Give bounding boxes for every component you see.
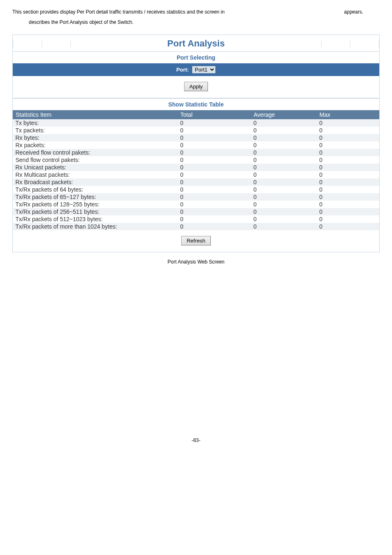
apply-row: Apply xyxy=(13,76,379,98)
statistics-table: Statistics Item Total Average Max Tx byt… xyxy=(13,110,379,230)
stat-max: 0 xyxy=(317,134,379,141)
stat-avg: 0 xyxy=(251,193,317,201)
stat-total: 0 xyxy=(178,178,251,186)
stat-item: Rx Broadcast packets: xyxy=(13,178,178,186)
table-row: Tx/Rx packets of 512~1023 bytes:000 xyxy=(13,215,379,223)
table-row: Rx Unicast packets:000 xyxy=(13,164,379,171)
table-row: Send flow control pakets:000 xyxy=(13,156,379,164)
stat-item: Tx/Rx packets of 64 bytes: xyxy=(13,186,178,193)
stat-item: Tx/Rx packets of 128~255 bytes: xyxy=(13,201,178,208)
stat-avg: 0 xyxy=(251,127,317,134)
stat-avg: 0 xyxy=(251,119,317,127)
stat-max: 0 xyxy=(317,171,379,178)
stat-avg: 0 xyxy=(251,223,317,230)
stat-item: Tx/Rx packets of 256~511 bytes: xyxy=(13,208,178,215)
show-statistic-heading: Show Statistic Table xyxy=(13,98,379,110)
stat-max: 0 xyxy=(317,201,379,208)
stat-total: 0 xyxy=(178,193,251,201)
stat-item: Rx Unicast packets: xyxy=(13,164,178,171)
intro-appears: appears. xyxy=(344,8,363,16)
stat-max: 0 xyxy=(317,193,379,201)
stat-item: Rx packets: xyxy=(13,141,178,149)
stat-total: 0 xyxy=(178,201,251,208)
stat-total: 0 xyxy=(178,127,251,134)
stat-max: 0 xyxy=(317,156,379,164)
stat-max: 0 xyxy=(317,149,379,156)
col-avg-header: Average xyxy=(251,111,317,119)
stat-total: 0 xyxy=(178,149,251,156)
figure-caption: Port Analysis Web Screen xyxy=(0,259,392,265)
stat-max: 0 xyxy=(317,186,379,193)
stat-total: 0 xyxy=(178,164,251,171)
stat-item: Tx/Rx packets of 512~1023 bytes: xyxy=(13,215,178,223)
apply-button[interactable]: Apply xyxy=(184,82,208,91)
stat-item: Rx Multicast packets: xyxy=(13,171,178,178)
stat-item: Tx/Rx packets of 65~127 bytes: xyxy=(13,193,178,201)
stat-avg: 0 xyxy=(251,149,317,156)
table-row: Rx packets:000 xyxy=(13,141,379,149)
port-label: Port: xyxy=(176,67,189,73)
stat-max: 0 xyxy=(317,215,379,223)
stat-avg: 0 xyxy=(251,156,317,164)
intro-line1: This section provides display Per Port d… xyxy=(12,8,380,16)
stat-total: 0 xyxy=(178,156,251,164)
page-title: Port Analysis xyxy=(13,35,379,51)
stat-max: 0 xyxy=(317,141,379,149)
stat-item: Received flow control pakets: xyxy=(13,149,178,156)
port-select-row: Port: Port1 xyxy=(13,63,379,76)
table-row: Tx bytes:000 xyxy=(13,119,379,127)
col-total-header: Total xyxy=(178,111,251,119)
stat-total: 0 xyxy=(178,215,251,223)
stat-avg: 0 xyxy=(251,178,317,186)
stat-avg: 0 xyxy=(251,141,317,149)
port-selecting-heading: Port Selecting xyxy=(13,51,379,63)
stat-max: 0 xyxy=(317,208,379,215)
stat-item: Rx bytes: xyxy=(13,134,178,141)
stat-total: 0 xyxy=(178,141,251,149)
intro-line2: describes the Port Analysis object of th… xyxy=(29,18,380,26)
table-row: Rx Broadcast packets:000 xyxy=(13,178,379,186)
table-row: Received flow control pakets:000 xyxy=(13,149,379,156)
stat-avg: 0 xyxy=(251,164,317,171)
table-row: Tx/Rx packets of 64 bytes:000 xyxy=(13,186,379,193)
stat-avg: 0 xyxy=(251,215,317,223)
stat-avg: 0 xyxy=(251,208,317,215)
table-row: Rx bytes:000 xyxy=(13,134,379,141)
page-number: -83- xyxy=(0,437,392,451)
stat-item: Tx packets: xyxy=(13,127,178,134)
stat-total: 0 xyxy=(178,208,251,215)
port-select[interactable]: Port1 xyxy=(192,66,216,74)
stat-avg: 0 xyxy=(251,201,317,208)
stat-avg: 0 xyxy=(251,134,317,141)
port-analysis-panel: Port Analysis Port Selecting Port: Port1… xyxy=(12,35,380,252)
stat-total: 0 xyxy=(178,119,251,127)
col-item-header: Statistics Item xyxy=(13,111,178,119)
intro-text: This section provides display Per Port d… xyxy=(12,8,380,26)
table-row: Tx packets:000 xyxy=(13,127,379,134)
table-header-row: Statistics Item Total Average Max xyxy=(13,111,379,119)
stat-max: 0 xyxy=(317,164,379,171)
stat-max: 0 xyxy=(317,223,379,230)
stat-max: 0 xyxy=(317,119,379,127)
col-max-header: Max xyxy=(317,111,379,119)
table-row: Tx/Rx packets of 256~511 bytes:000 xyxy=(13,208,379,215)
stat-total: 0 xyxy=(178,223,251,230)
stat-item: Tx/Rx packets of more than 1024 bytes: xyxy=(13,223,178,230)
table-row: Tx/Rx packets of 65~127 bytes:000 xyxy=(13,193,379,201)
table-row: Rx Multicast packets:000 xyxy=(13,171,379,178)
stat-total: 0 xyxy=(178,134,251,141)
table-row: Tx/Rx packets of more than 1024 bytes:00… xyxy=(13,223,379,230)
stat-max: 0 xyxy=(317,178,379,186)
stat-item: Tx bytes: xyxy=(13,119,178,127)
stat-total: 0 xyxy=(178,171,251,178)
stat-item: Send flow control pakets: xyxy=(13,156,178,164)
stat-avg: 0 xyxy=(251,171,317,178)
table-row: Tx/Rx packets of 128~255 bytes:000 xyxy=(13,201,379,208)
stat-total: 0 xyxy=(178,186,251,193)
refresh-button[interactable]: Refresh xyxy=(181,236,211,245)
refresh-row: Refresh xyxy=(13,230,379,252)
stat-max: 0 xyxy=(317,127,379,134)
stat-avg: 0 xyxy=(251,186,317,193)
